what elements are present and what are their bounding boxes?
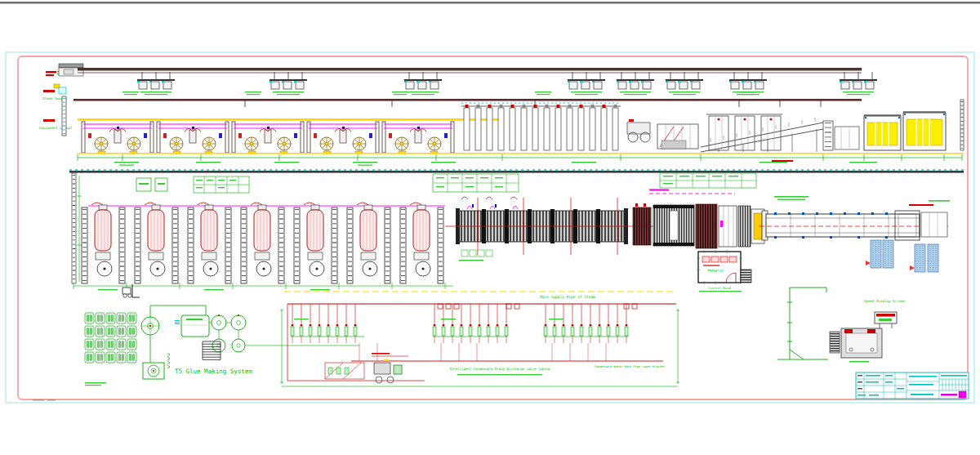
forklift-symbol: [122, 284, 140, 297]
control-room-label: TRE08*12: [707, 269, 724, 273]
overhead-trolley-group: [617, 72, 654, 95]
top-elevation-view: [59, 64, 964, 166]
glue-tank-grid: [85, 313, 136, 363]
overhead-trolley-group: [270, 72, 307, 95]
mill-roll-stand: [382, 122, 454, 154]
expansion-loops: [438, 304, 637, 309]
mill-roll-stand-plan: [347, 203, 390, 283]
glue-mixer: [141, 317, 159, 335]
steam-branch-cluster-b: [433, 304, 508, 343]
mill-roll-stand-plan: [135, 203, 178, 283]
pallet-stack: [928, 244, 938, 272]
steam-branch-cluster-a: [291, 304, 364, 343]
mill-roll-stand: [82, 122, 154, 154]
company-name-marks: [941, 394, 957, 396]
drain-note-caption: Intelligent Condensate Drain Discharge v…: [450, 367, 550, 371]
overhead-rail: [78, 68, 862, 71]
rail-end-box: [59, 64, 83, 68]
steam-piping-diagram: Main Supply Pipe of Steam: [280, 292, 679, 386]
company-logo: [959, 391, 966, 398]
pallet-stack: [915, 244, 925, 272]
printer-machine: [830, 328, 882, 363]
floor-line: [78, 153, 964, 154]
cutoff-stacker-elevation: [701, 114, 859, 152]
mill-roll-stand: [232, 122, 304, 154]
overhead-trolley-group: [729, 72, 767, 95]
dryer-section: [445, 197, 653, 261]
dimension-labels-top: [114, 160, 877, 166]
mill-roll-stand: [157, 122, 229, 154]
down-stacker-1: [864, 114, 901, 150]
window-top-line: [0, 2, 980, 4]
flow-arrow: [910, 265, 915, 270]
schedule-table-3: [660, 173, 756, 188]
equipment-layout-label: Equipment Layout: [39, 126, 73, 130]
steam-header-caption: Main Supply Pipe of Steam: [540, 295, 595, 299]
cad-drawing: Steam Supply Equipment Layout: [0, 0, 980, 455]
mill-roll-stand-plan: [294, 203, 337, 283]
stairs-block: [741, 270, 751, 283]
left-ladder-post: [72, 173, 76, 283]
glue-system-title: T5 Glue Making System: [175, 368, 252, 375]
glue-feed-pump: [143, 363, 164, 379]
dimension-line-top: [78, 154, 962, 161]
condensate-caption: Condensate Water Main Pipe Lower Bracket: [595, 365, 666, 368]
mill-roll-stand-plan: [82, 203, 125, 283]
schedule-table-1: [194, 176, 249, 193]
mid-plan-view: TRE08*12 Control Room: [69, 170, 964, 292]
speed-display-caption: Speed Display Screen: [864, 299, 906, 303]
control-room-caption: Control Room: [708, 286, 731, 290]
title-block: [856, 372, 969, 399]
unit-labels-green: [136, 178, 167, 191]
control-room: TRE08*12 Control Room: [697, 250, 751, 292]
boiler-feed-unit: [372, 356, 408, 383]
gluing-machine-elevation: [627, 119, 698, 149]
display-pole: [777, 288, 828, 359]
mill-roll-stand: [307, 122, 379, 154]
mill-roll-stand-plan: [241, 203, 284, 283]
slitter-stacker-plan: [633, 203, 764, 248]
left-piping-cage: [287, 304, 425, 381]
dryer-green-labels: [459, 250, 492, 261]
flow-arrow: [866, 261, 871, 265]
down-stacker-2: [903, 111, 946, 150]
pallet-stack: [883, 240, 893, 268]
margin-label-equipment: Equipment Layout: [39, 119, 73, 130]
line-rail: [69, 171, 964, 173]
overhead-trolley-group: [840, 72, 877, 95]
cad-viewport: Steam Supply Equipment Layout: [0, 0, 980, 455]
speed-display-screen: [875, 312, 897, 328]
pallet-stack: [871, 240, 881, 268]
steam-main-pipe-elevation: [74, 99, 862, 101]
mill-roll-stand-plan: [400, 203, 443, 283]
schedule-table-2: [433, 174, 519, 192]
mill-roll-stand-plan: [188, 203, 231, 283]
steam-branch-cluster-c: [544, 304, 629, 343]
overhead-trolley-group: [137, 72, 175, 95]
overhead-trolley-group: [404, 72, 442, 95]
glue-storage-tank: [175, 315, 209, 337]
bridge-section: [461, 103, 621, 150]
exit-conveyor-plan: [760, 211, 949, 240]
speed-display-area: Speed Display Screen: [777, 288, 906, 363]
machine-top-beam: [78, 118, 502, 121]
overhead-trolley-group: [666, 72, 703, 95]
overhead-trolley-group: [568, 72, 605, 95]
pipe-annotations: [122, 91, 755, 95]
